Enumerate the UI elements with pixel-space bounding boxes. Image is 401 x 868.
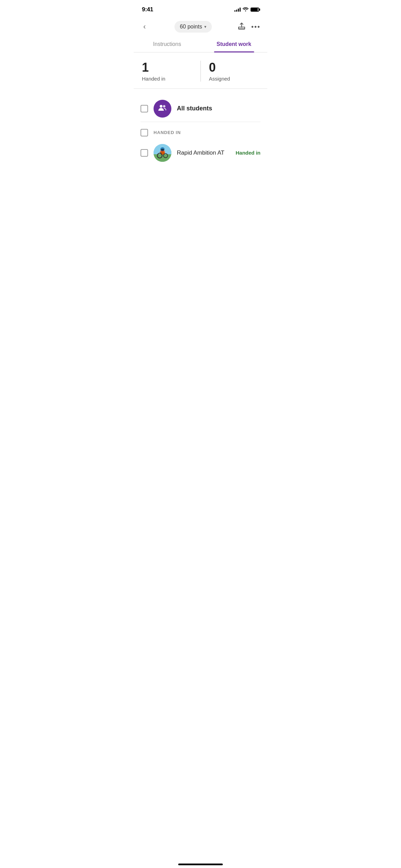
more-options-icon[interactable]: ••• bbox=[251, 23, 260, 31]
svg-point-9 bbox=[161, 149, 164, 151]
tab-student-work[interactable]: Student work bbox=[200, 36, 267, 52]
stat-handed-in: 1 Handed in bbox=[142, 61, 200, 82]
student-avatar bbox=[154, 144, 171, 162]
all-students-checkbox[interactable] bbox=[141, 105, 148, 112]
status-icons bbox=[234, 7, 259, 12]
back-button[interactable]: ‹ bbox=[141, 21, 148, 33]
all-students-label: All students bbox=[177, 105, 212, 112]
points-button[interactable]: 60 points ▾ bbox=[174, 21, 212, 33]
status-bar: 9:41 bbox=[134, 0, 267, 17]
group-icon bbox=[158, 103, 167, 114]
battery-icon bbox=[251, 8, 259, 12]
handed-in-label: Handed in bbox=[142, 76, 192, 82]
handed-in-section-checkbox[interactable] bbox=[141, 129, 148, 136]
nav-center: 60 points ▾ bbox=[174, 21, 212, 33]
section-header-text: HANDED IN bbox=[154, 130, 181, 135]
share-icon[interactable] bbox=[238, 22, 246, 32]
students-section: All students HANDED IN bbox=[134, 89, 267, 167]
assigned-label: Assigned bbox=[209, 76, 259, 82]
signal-icon bbox=[234, 8, 241, 12]
nav-bar: ‹ 60 points ▾ ••• bbox=[134, 17, 267, 36]
stat-assigned: 0 Assigned bbox=[200, 61, 259, 82]
all-students-avatar bbox=[154, 100, 171, 118]
status-time: 9:41 bbox=[142, 6, 153, 13]
handed-in-count: 1 bbox=[142, 61, 192, 74]
student-status-badge: Handed in bbox=[235, 150, 260, 156]
nav-actions: ••• bbox=[238, 22, 260, 32]
svg-point-1 bbox=[160, 105, 162, 108]
points-label: 60 points bbox=[180, 24, 202, 30]
stats-row: 1 Handed in 0 Assigned bbox=[134, 52, 267, 89]
tab-instructions[interactable]: Instructions bbox=[134, 36, 200, 52]
student-row[interactable]: Rapid Ambition AT Handed in bbox=[141, 139, 260, 167]
chevron-down-icon: ▾ bbox=[204, 24, 206, 29]
wifi-icon bbox=[243, 7, 248, 12]
student-name: Rapid Ambition AT bbox=[177, 149, 230, 156]
student-checkbox[interactable] bbox=[141, 149, 148, 157]
svg-point-2 bbox=[163, 105, 166, 107]
all-students-row[interactable]: All students bbox=[141, 96, 260, 122]
tabs: Instructions Student work bbox=[134, 36, 267, 52]
handed-in-section-header: HANDED IN bbox=[141, 122, 260, 139]
assigned-count: 0 bbox=[209, 61, 259, 74]
